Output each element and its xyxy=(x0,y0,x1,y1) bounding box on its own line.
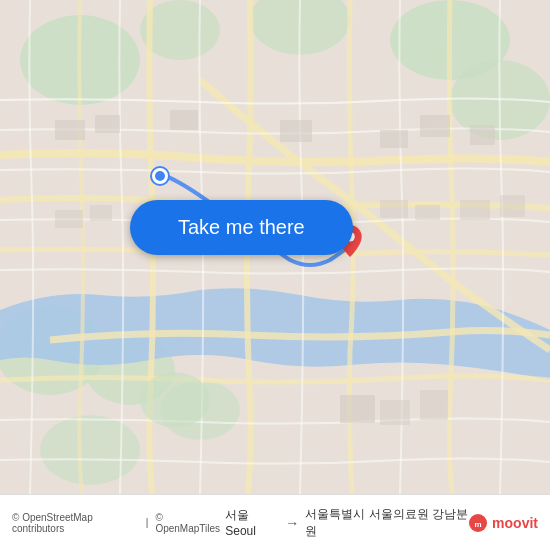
moovit-logo: m moovit xyxy=(468,513,538,533)
svg-rect-20 xyxy=(415,205,440,220)
take-me-there-button[interactable]: Take me there xyxy=(130,200,353,255)
attribution: © OpenStreetMap contributors | © OpenMap… xyxy=(12,512,225,534)
svg-rect-16 xyxy=(470,125,495,145)
map-container: Take me there xyxy=(0,0,550,494)
origin-label: 서울 Seoul xyxy=(225,507,279,538)
omt-copyright: © OpenMapTiles xyxy=(155,512,225,534)
svg-rect-13 xyxy=(280,120,312,142)
route-info: 서울 Seoul → 서울특별시 서울의료원 강남분원 xyxy=(225,506,468,540)
osm-copyright: © OpenStreetMap contributors xyxy=(12,512,139,534)
moovit-logo-text: moovit xyxy=(492,515,538,531)
svg-rect-18 xyxy=(90,205,112,221)
svg-rect-11 xyxy=(95,115,120,133)
svg-rect-22 xyxy=(500,195,525,217)
bottom-bar: © OpenStreetMap contributors | © OpenMap… xyxy=(0,494,550,550)
svg-rect-12 xyxy=(170,110,198,130)
svg-point-9 xyxy=(40,415,140,485)
svg-rect-10 xyxy=(55,120,85,140)
origin-marker xyxy=(152,168,168,184)
svg-rect-14 xyxy=(380,130,408,148)
svg-rect-23 xyxy=(340,395,375,423)
separator: | xyxy=(146,517,149,528)
svg-rect-15 xyxy=(420,115,450,137)
svg-text:m: m xyxy=(475,520,482,529)
svg-rect-17 xyxy=(55,210,83,228)
svg-rect-21 xyxy=(460,200,490,220)
arrow-icon: → xyxy=(285,515,299,531)
svg-rect-19 xyxy=(380,200,408,218)
destination-label: 서울특별시 서울의료원 강남분원 xyxy=(305,506,468,540)
moovit-logo-icon: m xyxy=(468,513,488,533)
svg-rect-25 xyxy=(420,390,448,420)
svg-rect-24 xyxy=(380,400,410,425)
svg-point-26 xyxy=(140,372,210,428)
